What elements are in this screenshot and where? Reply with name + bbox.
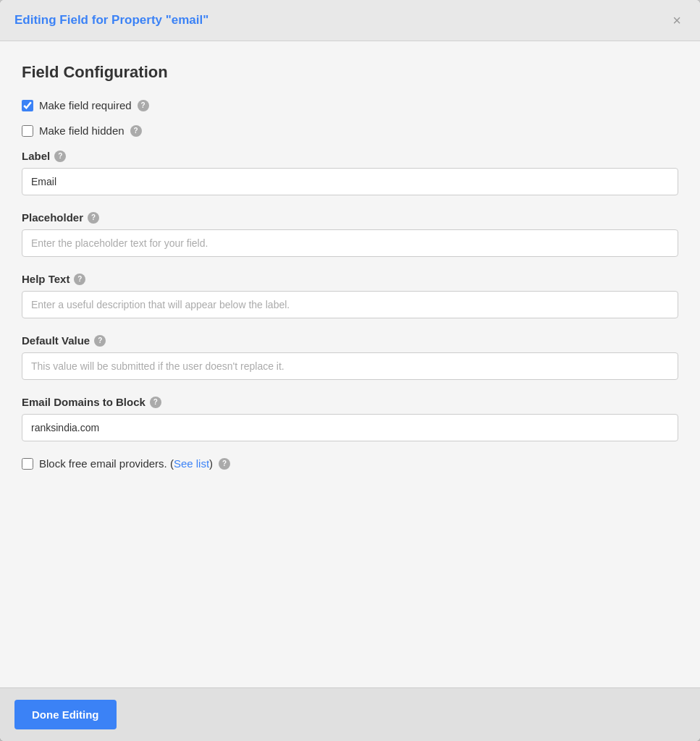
help-text-field-label: Help Text ? xyxy=(22,273,678,285)
modal-title-field: "email" xyxy=(166,13,209,27)
modal-title: Editing Field for Property "email" xyxy=(14,13,208,27)
make-required-label: Make field required xyxy=(39,99,132,111)
modal-body: Field Configuration Make field required … xyxy=(0,41,700,687)
label-help-icon: ? xyxy=(54,151,66,162)
placeholder-group: Placeholder ? xyxy=(22,211,678,257)
placeholder-input[interactable] xyxy=(22,229,678,257)
help-text-help-icon: ? xyxy=(74,274,85,285)
block-free-providers-checkbox[interactable] xyxy=(22,458,33,470)
modal-title-prefix: Editing Field for Property xyxy=(14,13,166,27)
make-hidden-help-icon: ? xyxy=(130,125,142,137)
modal-header: Editing Field for Property "email" × xyxy=(0,0,700,41)
modal-footer: Done Editing xyxy=(0,687,700,741)
block-free-providers-row: Block free email providers. (See list) ? xyxy=(22,457,678,470)
label-group: Label ? xyxy=(22,150,678,195)
section-title: Field Configuration xyxy=(22,63,678,82)
see-list-link[interactable]: See list xyxy=(174,457,209,470)
help-text-input[interactable] xyxy=(22,291,678,318)
make-required-checkbox[interactable] xyxy=(22,100,33,111)
email-domains-field-label: Email Domains to Block ? xyxy=(22,396,678,408)
close-button[interactable]: × xyxy=(668,12,686,29)
make-hidden-row: Make field hidden ? xyxy=(22,124,678,137)
email-domains-group: Email Domains to Block ? xyxy=(22,396,678,441)
default-value-help-icon: ? xyxy=(94,335,106,347)
email-domains-input[interactable] xyxy=(22,414,678,441)
default-value-field-label: Default Value ? xyxy=(22,334,678,347)
make-hidden-label: Make field hidden xyxy=(39,124,125,137)
email-domains-help-icon: ? xyxy=(150,397,161,408)
make-required-help-icon: ? xyxy=(138,100,149,111)
block-free-providers-label: Block free email providers. (See list) xyxy=(39,457,213,470)
done-editing-button[interactable]: Done Editing xyxy=(14,700,117,729)
make-hidden-checkbox[interactable] xyxy=(22,125,33,137)
label-field-label: Label ? xyxy=(22,150,678,162)
label-input[interactable] xyxy=(22,168,678,195)
placeholder-help-icon: ? xyxy=(88,212,99,224)
edit-field-modal: Editing Field for Property "email" × Fie… xyxy=(0,0,700,741)
make-required-row: Make field required ? xyxy=(22,99,678,111)
block-free-providers-help-icon: ? xyxy=(219,458,230,470)
default-value-group: Default Value ? xyxy=(22,334,678,380)
placeholder-field-label: Placeholder ? xyxy=(22,211,678,224)
help-text-group: Help Text ? xyxy=(22,273,678,318)
default-value-input[interactable] xyxy=(22,352,678,380)
